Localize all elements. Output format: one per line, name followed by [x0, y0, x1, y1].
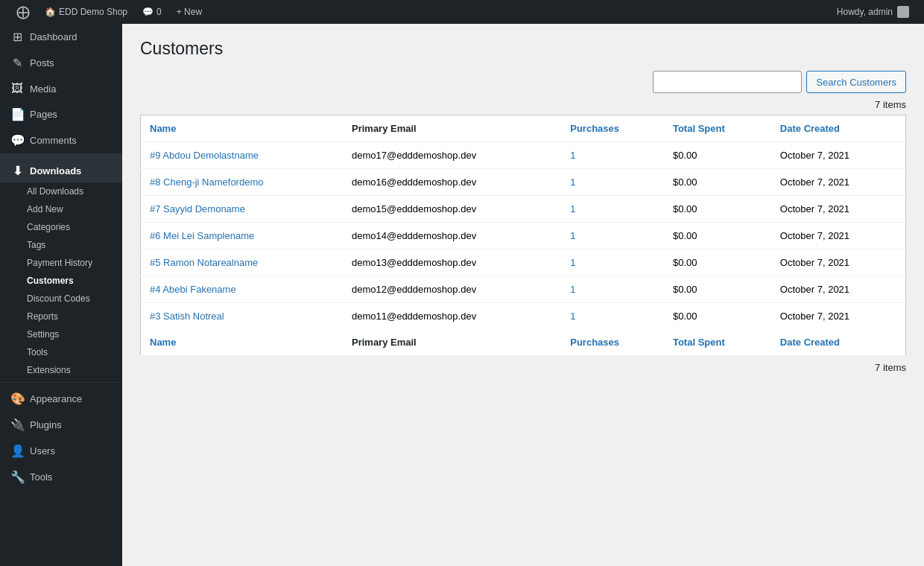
customer-date-created-cell: October 7, 2021: [771, 196, 906, 223]
sidebar-item-appearance[interactable]: 🎨 Appearance: [0, 386, 122, 412]
customer-date-created-cell: October 7, 2021: [771, 169, 906, 196]
col-footer-email: Primary Email: [343, 329, 561, 356]
col-footer-name[interactable]: Name: [141, 329, 343, 356]
table-row: #7 Sayyid Demonamedemo15@edddemoshop.dev…: [141, 196, 906, 223]
submenu-reports[interactable]: Reports: [0, 308, 122, 325]
site-name-button[interactable]: 🏠 EDD Demo Shop: [37, 0, 135, 24]
customer-name-cell[interactable]: #9 Abdou Demolastname: [141, 142, 343, 169]
col-header-email: Primary Email: [343, 115, 561, 142]
comments-button[interactable]: 💬 0: [135, 0, 169, 24]
sidebar-item-comments[interactable]: 💬 Comments: [0, 127, 122, 153]
customer-purchases-cell[interactable]: 1: [561, 223, 664, 249]
sidebar-label-dashboard: Dashboard: [30, 31, 77, 42]
customer-purchases-cell[interactable]: 1: [561, 303, 664, 330]
howdy-section[interactable]: Howdy, admin: [831, 6, 915, 18]
sidebar-item-tools[interactable]: 🔧 Tools: [0, 464, 122, 490]
submenu-tools[interactable]: Tools: [0, 343, 122, 361]
admin-bar: ⨁ 🏠 EDD Demo Shop 💬 0 + New Howdy, admin: [0, 0, 924, 24]
customer-email-cell: demo14@edddemoshop.dev: [343, 223, 561, 249]
sidebar-label-tools: Tools: [30, 471, 52, 483]
items-count-top: 7 items: [140, 99, 906, 110]
customer-date-created-cell: October 7, 2021: [771, 223, 906, 249]
media-icon: 🖼: [10, 82, 24, 95]
submenu-customers[interactable]: Customers: [0, 272, 122, 290]
col-footer-date-created[interactable]: Date Created: [771, 329, 906, 356]
plugins-icon: 🔌: [10, 418, 24, 432]
posts-icon: ✎: [10, 56, 24, 70]
items-count-bottom: 7 items: [140, 362, 906, 373]
submenu-payment-history[interactable]: Payment History: [0, 254, 122, 272]
customers-table: Name Primary Email Purchases Total Spent…: [140, 115, 906, 356]
page-title: Customers: [140, 39, 906, 59]
submenu-categories[interactable]: Categories: [0, 218, 122, 236]
submenu-all-downloads[interactable]: All Downloads: [0, 182, 122, 200]
customer-email-cell: demo17@edddemoshop.dev: [343, 142, 561, 169]
col-header-date-created[interactable]: Date Created: [771, 115, 906, 142]
wp-logo-button[interactable]: ⨁: [9, 0, 37, 24]
site-home-icon: 🏠: [45, 7, 56, 17]
customer-total-spent-cell: $0.00: [664, 196, 771, 223]
table-row: #3 Satish Notrealdemo11@edddemoshop.dev1…: [141, 303, 906, 330]
col-footer-total-spent[interactable]: Total Spent: [664, 329, 771, 356]
new-button[interactable]: + New: [169, 0, 209, 24]
col-header-total-spent[interactable]: Total Spent: [664, 115, 771, 142]
customer-date-created-cell: October 7, 2021: [771, 303, 906, 330]
table-header-row: Name Primary Email Purchases Total Spent…: [141, 115, 906, 142]
customer-total-spent-cell: $0.00: [664, 276, 771, 303]
customer-total-spent-cell: $0.00: [664, 142, 771, 169]
pages-icon: 📄: [10, 107, 24, 121]
comments-icon: 💬: [142, 7, 154, 17]
dashboard-icon: ⊞: [10, 30, 24, 44]
submenu-discount-codes[interactable]: Discount Codes: [0, 290, 122, 308]
search-customers-button[interactable]: Search Customers: [806, 71, 906, 93]
search-input[interactable]: [653, 71, 802, 93]
main-layout: ⊞ Dashboard ✎ Posts 🖼 Media 📄 Pages 💬 Co…: [0, 24, 924, 566]
col-header-purchases[interactable]: Purchases: [561, 115, 664, 142]
submenu-add-new[interactable]: Add New: [0, 200, 122, 218]
tools-icon: 🔧: [10, 470, 24, 484]
sidebar-label-users: Users: [30, 445, 55, 457]
sidebar-item-dashboard[interactable]: ⊞ Dashboard: [0, 24, 122, 50]
comments-count: 0: [156, 7, 162, 17]
customer-date-created-cell: October 7, 2021: [771, 142, 906, 169]
sidebar-label-posts: Posts: [30, 57, 54, 69]
customer-email-cell: demo12@edddemoshop.dev: [343, 276, 561, 303]
customer-name-cell[interactable]: #6 Mei Lei Samplename: [141, 223, 343, 249]
customer-email-cell: demo11@edddemoshop.dev: [343, 303, 561, 330]
col-header-name[interactable]: Name: [141, 115, 343, 142]
customer-total-spent-cell: $0.00: [664, 169, 771, 196]
customer-name-cell[interactable]: #3 Satish Notreal: [141, 303, 343, 330]
admin-bar-left: ⨁ 🏠 EDD Demo Shop 💬 0 + New: [9, 0, 831, 24]
site-name-label: EDD Demo Shop: [59, 7, 127, 17]
search-bar: Search Customers: [140, 71, 906, 93]
customer-purchases-cell[interactable]: 1: [561, 169, 664, 196]
sidebar-item-downloads[interactable]: ⬇ Downloads: [0, 153, 122, 182]
customer-email-cell: demo13@edddemoshop.dev: [343, 249, 561, 276]
customer-name-cell[interactable]: #7 Sayyid Demoname: [141, 196, 343, 223]
table-row: #4 Abebi Fakenamedemo12@edddemoshop.dev1…: [141, 276, 906, 303]
customer-purchases-cell[interactable]: 1: [561, 196, 664, 223]
submenu-extensions[interactable]: Extensions: [0, 361, 122, 379]
col-footer-purchases[interactable]: Purchases: [561, 329, 664, 356]
customer-name-cell[interactable]: #8 Cheng-ji Namefordemo: [141, 169, 343, 196]
sidebar-item-posts[interactable]: ✎ Posts: [0, 50, 122, 76]
sidebar-item-media[interactable]: 🖼 Media: [0, 76, 122, 101]
sidebar-item-plugins[interactable]: 🔌 Plugins: [0, 412, 122, 438]
customer-date-created-cell: October 7, 2021: [771, 276, 906, 303]
customer-email-cell: demo15@edddemoshop.dev: [343, 196, 561, 223]
new-label: + New: [177, 7, 202, 17]
customer-name-cell[interactable]: #5 Ramon Notarealname: [141, 249, 343, 276]
customer-purchases-cell[interactable]: 1: [561, 276, 664, 303]
table-row: #5 Ramon Notarealnamedemo13@edddemoshop.…: [141, 249, 906, 276]
sidebar-label-downloads: Downloads: [30, 165, 81, 177]
sidebar-item-pages[interactable]: 📄 Pages: [0, 101, 122, 127]
table-footer-row: Name Primary Email Purchases Total Spent…: [141, 329, 906, 356]
submenu-tags[interactable]: Tags: [0, 236, 122, 254]
appearance-icon: 🎨: [10, 392, 24, 406]
table-row: #6 Mei Lei Samplenamedemo14@edddemoshop.…: [141, 223, 906, 249]
submenu-settings[interactable]: Settings: [0, 325, 122, 343]
customer-name-cell[interactable]: #4 Abebi Fakename: [141, 276, 343, 303]
customer-purchases-cell[interactable]: 1: [561, 142, 664, 169]
sidebar-item-users[interactable]: 👤 Users: [0, 438, 122, 464]
customer-purchases-cell[interactable]: 1: [561, 249, 664, 276]
